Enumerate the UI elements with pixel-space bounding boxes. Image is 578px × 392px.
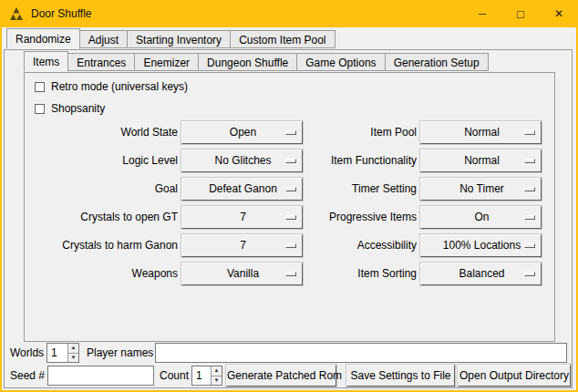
window-title: Door Shuffle bbox=[31, 7, 92, 20]
shopsanity-checkbox[interactable] bbox=[35, 104, 45, 114]
dropdown-indicator-icon bbox=[524, 215, 535, 220]
world-state-dropdown[interactable]: Open bbox=[181, 121, 303, 144]
crystals-harm-ganon-label: Crystals to harm Ganon bbox=[34, 239, 178, 252]
shopsanity-row: Shopsanity bbox=[35, 101, 105, 116]
logic-level-label: Logic Level bbox=[34, 154, 178, 167]
dropdown-indicator-icon bbox=[524, 159, 535, 163]
dropdown-indicator-icon bbox=[285, 130, 296, 135]
spin-down-button[interactable]: ▼ bbox=[212, 377, 222, 386]
sub-tab-bar: Items Entrances Enemizer Dungeon Shuffle… bbox=[24, 53, 488, 72]
accessibility-label: Accessibility bbox=[300, 239, 417, 252]
tab-entrances[interactable]: Entrances bbox=[67, 53, 135, 71]
tab-custom-item-pool[interactable]: Custom Item Pool bbox=[230, 30, 335, 48]
item-sorting-dropdown[interactable]: Balanced bbox=[420, 263, 542, 285]
timer-setting-row: Timer Setting No Timer bbox=[300, 177, 542, 201]
spin-down-button[interactable]: ▼ bbox=[68, 354, 78, 363]
dropdown-indicator-icon bbox=[285, 272, 296, 276]
dropdown-value: 100% Locations bbox=[421, 239, 524, 252]
randomize-tab-panel: Items Entrances Enemizer Dungeon Shuffle… bbox=[4, 49, 573, 388]
retro-mode-label: Retro mode (universal keys) bbox=[51, 80, 188, 93]
item-functionality-row: Item Functionality Normal bbox=[300, 149, 542, 172]
dropdown-value: No Timer bbox=[421, 182, 524, 195]
dropdown-indicator-icon bbox=[285, 159, 296, 163]
dropdown-value: On bbox=[421, 211, 524, 223]
minimize-button[interactable]: ─ bbox=[463, 0, 501, 27]
logic-level-dropdown[interactable]: No Glitches bbox=[181, 150, 303, 172]
close-button[interactable]: ✕ bbox=[540, 0, 578, 27]
dropdown-value: Normal bbox=[421, 126, 524, 139]
item-functionality-label: Item Functionality bbox=[300, 154, 417, 167]
dropdown-indicator-icon bbox=[524, 187, 535, 191]
player-names-input[interactable] bbox=[155, 343, 567, 363]
tab-items[interactable]: Items bbox=[24, 51, 68, 72]
crystals-open-gt-row: Crystals to open GT 7 bbox=[34, 205, 303, 229]
main-tab-bar: Randomize Adjust Starting Inventory Cust… bbox=[6, 30, 335, 49]
open-output-directory-button[interactable]: Open Output Directory bbox=[458, 365, 571, 387]
spin-arrows: ▲ ▼ bbox=[211, 366, 222, 385]
spin-arrows: ▲ ▼ bbox=[67, 344, 78, 362]
weapons-label: Weapons bbox=[34, 267, 178, 280]
count-value: 1 bbox=[192, 366, 211, 385]
count-label: Count bbox=[160, 366, 189, 386]
accessibility-dropdown[interactable]: 100% Locations bbox=[420, 234, 542, 257]
retro-mode-checkbox[interactable] bbox=[35, 82, 45, 92]
item-functionality-dropdown[interactable]: Normal bbox=[420, 150, 542, 172]
dropdown-value: No Glitches bbox=[182, 154, 285, 167]
dropdown-indicator-icon bbox=[524, 130, 535, 135]
crystals-harm-ganon-dropdown[interactable]: 7 bbox=[181, 234, 303, 257]
goal-dropdown[interactable]: Defeat Ganon bbox=[181, 178, 303, 201]
dropdown-value: Open bbox=[182, 126, 285, 139]
dropdown-indicator-icon bbox=[524, 272, 535, 276]
window-controls: ─ □ ✕ bbox=[463, 0, 578, 27]
item-sorting-label: Item Sorting bbox=[300, 267, 417, 280]
tab-adjust[interactable]: Adjust bbox=[79, 30, 128, 48]
worlds-value: 1 bbox=[47, 344, 67, 362]
dropdown-value: Vanilla bbox=[182, 267, 285, 280]
item-pool-dropdown[interactable]: Normal bbox=[420, 121, 542, 144]
titlebar[interactable]: Door Shuffle ─ □ ✕ bbox=[0, 0, 578, 27]
maximize-button[interactable]: □ bbox=[501, 0, 540, 27]
count-spinbox[interactable]: 1 ▲ ▼ bbox=[191, 366, 222, 386]
tab-generation-setup[interactable]: Generation Setup bbox=[385, 53, 489, 71]
items-tab-panel: Retro mode (universal keys) Shopsanity W… bbox=[24, 72, 555, 342]
app-icon bbox=[9, 6, 24, 21]
tab-enemizer[interactable]: Enemizer bbox=[134, 53, 199, 71]
dropdown-value: 7 bbox=[182, 211, 285, 223]
retro-mode-row: Retro mode (universal keys) bbox=[35, 79, 188, 94]
generate-patched-rom-button[interactable]: Generate Patched Rom bbox=[226, 365, 336, 387]
tab-starting-inventory[interactable]: Starting Inventory bbox=[127, 30, 231, 48]
world-state-row: World State Open bbox=[34, 120, 303, 144]
tab-dungeon-shuffle[interactable]: Dungeon Shuffle bbox=[198, 53, 297, 71]
dropdown-indicator-icon bbox=[285, 187, 296, 191]
worlds-label: Worlds bbox=[10, 343, 44, 363]
world-state-label: World State bbox=[34, 126, 178, 139]
seed-input[interactable] bbox=[47, 366, 154, 386]
progressive-items-dropdown[interactable]: On bbox=[420, 206, 542, 229]
item-pool-label: Item Pool bbox=[300, 126, 417, 139]
crystals-open-gt-label: Crystals to open GT bbox=[34, 211, 178, 223]
tab-game-options[interactable]: Game Options bbox=[296, 53, 385, 71]
spin-up-button[interactable]: ▲ bbox=[68, 344, 78, 354]
client-area: Randomize Adjust Starting Inventory Cust… bbox=[2, 27, 576, 390]
crystals-harm-ganon-row: Crystals to harm Ganon 7 bbox=[34, 233, 303, 257]
crystals-open-gt-dropdown[interactable]: 7 bbox=[181, 206, 303, 229]
seed-label: Seed # bbox=[10, 366, 45, 386]
tab-randomize[interactable]: Randomize bbox=[6, 28, 80, 49]
goal-row: Goal Defeat Ganon bbox=[34, 177, 303, 201]
weapons-dropdown[interactable]: Vanilla bbox=[181, 263, 303, 285]
spin-up-button[interactable]: ▲ bbox=[212, 366, 222, 377]
dropdown-value: Balanced bbox=[421, 267, 524, 280]
dropdown-value: 7 bbox=[182, 239, 285, 252]
item-sorting-row: Item Sorting Balanced bbox=[300, 262, 542, 285]
save-settings-button[interactable]: Save Settings to File bbox=[346, 365, 455, 387]
window: Door Shuffle ─ □ ✕ Randomize Adjust Star… bbox=[0, 0, 578, 392]
dropdown-indicator-icon bbox=[524, 243, 535, 248]
worlds-spinbox[interactable]: 1 ▲ ▼ bbox=[46, 343, 79, 363]
timer-setting-dropdown[interactable]: No Timer bbox=[420, 178, 542, 201]
dropdown-value: Defeat Ganon bbox=[182, 182, 285, 195]
weapons-row: Weapons Vanilla bbox=[34, 262, 303, 285]
dropdown-value: Normal bbox=[421, 154, 524, 167]
accessibility-row: Accessibility 100% Locations bbox=[300, 233, 542, 257]
player-names-label: Player names bbox=[87, 343, 153, 363]
goal-label: Goal bbox=[34, 182, 178, 195]
